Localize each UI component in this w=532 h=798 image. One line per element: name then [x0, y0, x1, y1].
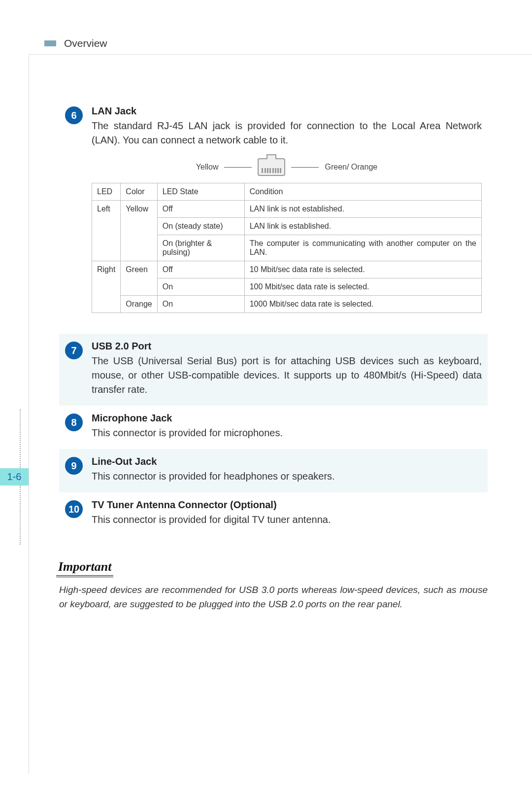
lan-led-table: LED Color LED State Condition Left Yello…	[92, 183, 482, 313]
header-divider	[29, 54, 532, 55]
content-area: 6 LAN Jack The standard RJ-45 LAN jack i…	[59, 99, 488, 611]
item-title: TV Tuner Antenna Connector (Optional)	[92, 499, 482, 511]
item-body: TV Tuner Antenna Connector (Optional) Th…	[92, 499, 482, 527]
cell-condition: 10 Mbit/sec data rate is selected.	[244, 261, 481, 278]
cell-color: Yellow	[121, 201, 157, 261]
cell-condition: 1000 Mbit/sec data rate is selected.	[244, 296, 481, 313]
document-page: Overview 1-6 6 LAN Jack The standard RJ-…	[0, 0, 532, 798]
item-title: Microphone Jack	[92, 413, 482, 424]
diagram-line	[291, 167, 319, 168]
cell-state: Off	[157, 201, 244, 218]
item-body: LAN Jack The standard RJ-45 LAN jack is …	[92, 105, 482, 313]
cell-condition: The computer is communicating with anoth…	[244, 235, 481, 261]
lan-led-right-label: Green/ Orange	[325, 163, 377, 172]
table-row: Left Yellow Off LAN link is not establis…	[92, 201, 482, 218]
cell-condition: 100 Mbit/sec data rate is selected.	[244, 278, 481, 296]
item-lan-jack: 6 LAN Jack The standard RJ-45 LAN jack i…	[59, 99, 488, 322]
cell-led: Right	[92, 261, 121, 313]
item-number-badge: 9	[65, 457, 83, 475]
item-number-badge: 8	[65, 414, 83, 431]
cell-condition: LAN link is not established.	[244, 201, 481, 218]
cell-state: On (brighter & pulsing)	[157, 235, 244, 261]
page-number-block: 1-6	[0, 409, 29, 545]
spacer	[59, 322, 488, 334]
important-text: High-speed devices are recommended for U…	[59, 583, 488, 611]
table-row: Right Green Off 10 Mbit/sec data rate is…	[92, 261, 482, 278]
item-description: The USB (Universal Serial Bus) port is f…	[92, 354, 482, 397]
dotted-rule-top	[20, 409, 29, 468]
item-body: USB 2.0 Port The USB (Universal Serial B…	[92, 341, 482, 397]
item-number-badge: 7	[65, 342, 83, 359]
dotted-rule-bottom	[20, 486, 29, 545]
item-title: Line-Out Jack	[92, 456, 482, 467]
cell-state: On (steady state)	[157, 218, 244, 235]
section-title: Overview	[64, 37, 107, 49]
margin-vertical-rule	[29, 54, 29, 774]
item-line-out-jack: 9 Line-Out Jack This connector is provid…	[59, 449, 488, 492]
lan-jack-diagram: Yellow Green/ Orange	[92, 158, 482, 176]
cell-condition: LAN link is established.	[244, 218, 481, 235]
table-row: Orange On 1000 Mbit/sec data rate is sel…	[92, 296, 482, 313]
page-number: 1-6	[0, 468, 29, 486]
diagram-line	[224, 167, 252, 168]
item-number-badge: 6	[65, 106, 83, 124]
item-description: This connector is provided for headphone…	[92, 469, 482, 484]
lan-led-left-label: Yellow	[196, 163, 219, 172]
header-accent	[44, 40, 56, 46]
table-header-row: LED Color LED State Condition	[92, 183, 482, 201]
item-title: USB 2.0 Port	[92, 341, 482, 352]
item-tv-tuner-connector: 10 TV Tuner Antenna Connector (Optional)…	[59, 492, 488, 536]
item-microphone-jack: 8 Microphone Jack This connector is prov…	[59, 406, 488, 449]
page-header: Overview	[0, 37, 532, 51]
item-description: The standard RJ-45 LAN jack is provided …	[92, 119, 482, 147]
important-label: Important	[56, 559, 113, 577]
important-note: Important High-speed devices are recomme…	[59, 559, 488, 611]
item-body: Microphone Jack This connector is provid…	[92, 413, 482, 440]
item-body: Line-Out Jack This connector is provided…	[92, 456, 482, 484]
item-usb-port: 7 USB 2.0 Port The USB (Universal Serial…	[59, 334, 488, 406]
cell-state: Off	[157, 261, 244, 278]
item-number-badge: 10	[65, 500, 83, 518]
cell-color: Orange	[121, 296, 157, 313]
item-description: This connector is provided for digital T…	[92, 513, 482, 527]
cell-color: Green	[121, 261, 157, 296]
rj45-icon	[258, 158, 285, 176]
th-condition: Condition	[244, 183, 481, 201]
cell-led: Left	[92, 201, 121, 261]
th-color: Color	[121, 183, 157, 201]
item-description: This connector is provided for microphon…	[92, 426, 482, 440]
th-state: LED State	[157, 183, 244, 201]
item-title: LAN Jack	[92, 105, 482, 117]
th-led: LED	[92, 183, 121, 201]
cell-state: On	[157, 278, 244, 296]
cell-state: On	[157, 296, 244, 313]
